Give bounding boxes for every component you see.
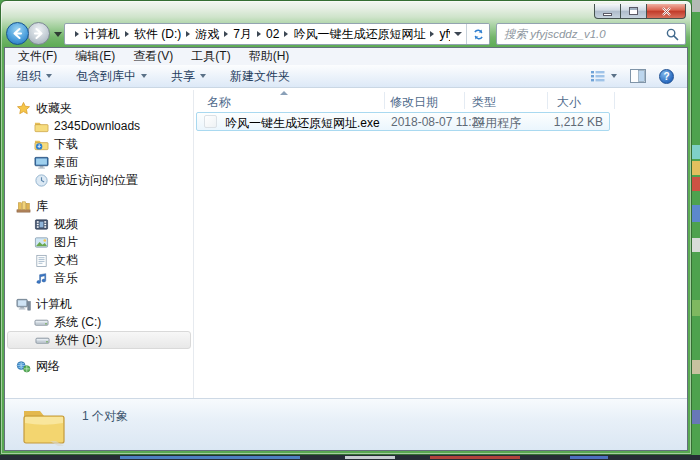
hard-drive-icon (35, 333, 50, 348)
sidebar-item-desktop[interactable]: 桌面 (5, 153, 193, 171)
column-divider[interactable] (464, 92, 465, 109)
address-dropdown-button[interactable] (450, 24, 466, 44)
sidebar-item-drive-d[interactable]: 软件 (D:) (7, 331, 191, 349)
breadcrumb-separator-icon (284, 31, 288, 37)
hard-drive-icon (34, 315, 49, 330)
pictures-icon (34, 235, 49, 250)
sidebar-group-favorites[interactable]: 收藏夹 (5, 99, 193, 117)
file-type: 应用程序 (473, 115, 521, 132)
sidebar-item-label: 系统 (C:) (54, 314, 101, 331)
sidebar-item-pictures[interactable]: 图片 (5, 233, 193, 251)
column-header-type[interactable]: 类型 (472, 94, 496, 111)
help-icon: ? (659, 69, 674, 84)
explorer-window: 计算机 软件 (D:) 游戏 7月 02 吟风一键生成还原短网址 yfyjscd… (0, 0, 692, 455)
menu-file[interactable]: 文件(F) (9, 48, 66, 65)
file-name: 吟风一键生成还原短网址.exe (225, 115, 380, 132)
column-divider[interactable] (547, 92, 548, 109)
documents-icon (34, 253, 49, 268)
breadcrumb-item-computer[interactable]: 计算机 (81, 26, 123, 43)
sidebar-group-network[interactable]: 网络 (5, 357, 193, 375)
desktop-icon (34, 155, 49, 170)
breadcrumb-separator-icon (257, 31, 261, 37)
column-header-name[interactable]: 名称 (207, 94, 231, 111)
include-in-library-button[interactable]: 包含到库中 (68, 65, 155, 87)
back-button[interactable] (6, 22, 29, 45)
sidebar-item-label: 软件 (D:) (55, 332, 102, 349)
minimize-icon (603, 13, 612, 16)
organize-label: 组织 (17, 68, 41, 85)
menu-help[interactable]: 帮助(H) (240, 48, 299, 65)
sidebar-group-label: 网络 (36, 358, 60, 375)
organize-button[interactable]: 组织 (9, 65, 60, 87)
maximize-icon (629, 7, 638, 15)
breadcrumb-item-02[interactable]: 02 (263, 27, 282, 41)
sidebar-group-computer[interactable]: 计算机 (5, 295, 193, 313)
recent-places-icon (34, 173, 49, 188)
forward-button[interactable] (27, 22, 50, 45)
column-divider[interactable] (384, 92, 385, 109)
downloads-folder-icon (34, 137, 49, 152)
sidebar-item-music[interactable]: 音乐 (5, 269, 193, 287)
share-button[interactable]: 共享 (163, 65, 214, 87)
search-input[interactable] (497, 24, 661, 44)
menu-edit[interactable]: 编辑(E) (66, 48, 124, 65)
maximize-button[interactable] (621, 4, 647, 19)
chevron-down-icon (611, 74, 617, 78)
breadcrumb-separator-icon (186, 31, 190, 37)
refresh-button[interactable] (466, 24, 489, 44)
include-in-library-label: 包含到库中 (76, 68, 136, 85)
chevron-down-icon (454, 32, 462, 36)
sidebar-item-label: 2345Downloads (54, 119, 140, 133)
file-date-modified: 2018-08-07 11:24 (391, 115, 485, 129)
preview-pane-icon (630, 69, 646, 83)
share-label: 共享 (171, 68, 195, 85)
views-list-icon (590, 69, 606, 83)
forward-arrow-icon (32, 27, 45, 40)
sidebar-item-label: 下载 (54, 136, 78, 153)
close-button[interactable] (647, 4, 686, 19)
column-header-size[interactable]: 大小 (557, 94, 581, 111)
back-arrow-icon (11, 27, 24, 40)
sidebar-item-videos[interactable]: 视频 (5, 215, 193, 233)
file-row[interactable]: 吟风一键生成还原短网址.exe 2018-08-07 11:24 应用程序 1,… (196, 112, 610, 131)
menu-view[interactable]: 查看(V) (124, 48, 182, 65)
sidebar-item-label: 文档 (54, 252, 78, 269)
views-button[interactable] (590, 69, 617, 83)
column-headers: 名称 修改日期 类型 大小 (194, 90, 687, 111)
breadcrumb-item-july[interactable]: 7月 (230, 26, 255, 43)
new-folder-button[interactable]: 新建文件夹 (222, 65, 298, 87)
breadcrumb-item-app-folder[interactable]: 吟风一键生成还原短网址 (290, 26, 428, 43)
sidebar-item-2345downloads[interactable]: 2345Downloads (5, 117, 193, 135)
help-button[interactable]: ? (659, 69, 674, 84)
taskbar-edge-strip (0, 455, 700, 460)
caption-buttons (594, 4, 686, 19)
sidebar-item-recent-places[interactable]: 最近访问的位置 (5, 171, 193, 189)
sidebar-item-documents[interactable]: 文档 (5, 251, 193, 269)
column-divider[interactable] (614, 92, 615, 109)
libraries-icon (16, 199, 31, 214)
network-icon (16, 359, 31, 374)
nav-history-dropdown[interactable] (54, 32, 62, 37)
menu-bar: 文件(F) 编辑(E) 查看(V) 工具(T) 帮助(H) (5, 48, 687, 65)
folder-icon-large (20, 403, 68, 447)
navigation-pane: 收藏夹 2345Downloads 下载 (5, 90, 194, 398)
sort-ascending-icon (280, 91, 288, 95)
sidebar-group-libraries[interactable]: 库 (5, 197, 193, 215)
new-folder-label: 新建文件夹 (230, 68, 290, 85)
menu-tools[interactable]: 工具(T) (182, 48, 239, 65)
music-icon (34, 271, 49, 286)
title-bar[interactable] (1, 1, 691, 21)
address-bar[interactable]: 计算机 软件 (D:) 游戏 7月 02 吟风一键生成还原短网址 yfyjscd… (64, 23, 490, 45)
preview-pane-button[interactable] (630, 69, 646, 83)
sidebar-item-downloads[interactable]: 下载 (5, 135, 193, 153)
breadcrumb-item-version-folder[interactable]: yfyjscddz_v1.0 (436, 27, 450, 41)
breadcrumb-item-games[interactable]: 游戏 (192, 26, 222, 43)
desktop-edge-strip (692, 0, 700, 455)
file-list: 名称 修改日期 类型 大小 吟风一键生成还原短网址.exe 2018-08-07… (194, 90, 687, 398)
breadcrumb-item-drive-d[interactable]: 软件 (D:) (131, 26, 184, 43)
sidebar-item-drive-c[interactable]: 系统 (C:) (5, 313, 193, 331)
breadcrumb-separator-icon (430, 31, 434, 37)
minimize-button[interactable] (594, 4, 621, 19)
column-header-date-modified[interactable]: 修改日期 (390, 94, 438, 111)
address-row: 计算机 软件 (D:) 游戏 7月 02 吟风一键生成还原短网址 yfyjscd… (4, 21, 688, 47)
